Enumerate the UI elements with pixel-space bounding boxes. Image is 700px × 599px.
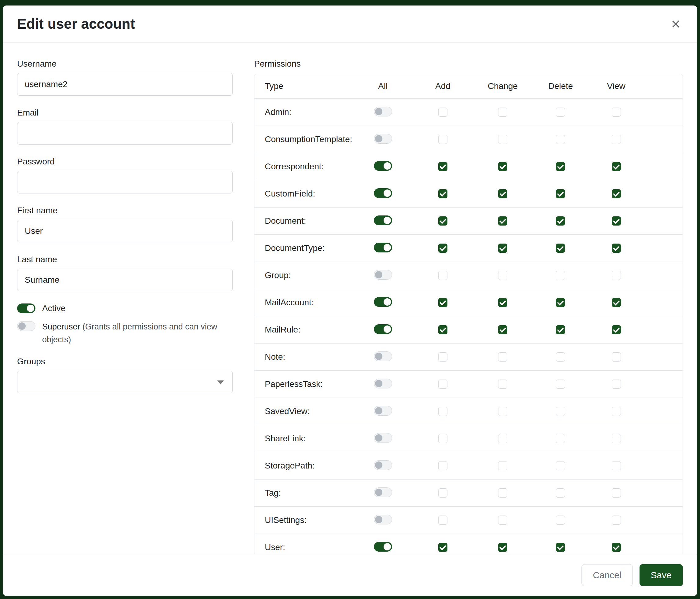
permission-add-checkbox[interactable]	[438, 352, 447, 362]
permission-view-checkbox[interactable]	[612, 380, 621, 389]
first-name-field[interactable]	[17, 220, 233, 242]
permission-change-checkbox[interactable]	[498, 461, 507, 470]
permission-view-checkbox[interactable]	[612, 271, 621, 280]
permission-all-toggle[interactable]	[374, 324, 392, 334]
permission-view-checkbox[interactable]	[612, 189, 621, 198]
permission-change-checkbox[interactable]	[498, 516, 507, 525]
permission-view-checkbox[interactable]	[612, 298, 621, 307]
permission-add-checkbox[interactable]	[438, 380, 447, 389]
permission-delete-checkbox[interactable]	[556, 107, 565, 117]
permission-view-checkbox[interactable]	[612, 162, 621, 171]
permission-delete-checkbox[interactable]	[556, 271, 565, 280]
permission-delete-checkbox[interactable]	[556, 488, 565, 498]
permission-add-checkbox[interactable]	[438, 298, 447, 307]
permission-view-checkbox[interactable]	[612, 325, 621, 334]
permission-delete-checkbox[interactable]	[556, 298, 565, 307]
permission-delete-checkbox[interactable]	[556, 434, 565, 443]
groups-select[interactable]	[17, 371, 233, 393]
active-toggle[interactable]	[17, 304, 35, 313]
permission-all-toggle[interactable]	[374, 487, 392, 497]
permission-view-checkbox[interactable]	[612, 434, 621, 443]
permission-change-checkbox[interactable]	[498, 298, 507, 307]
permission-view-checkbox[interactable]	[612, 352, 621, 362]
permission-view-checkbox[interactable]	[612, 461, 621, 470]
permission-add-checkbox[interactable]	[438, 434, 447, 443]
permission-all-toggle[interactable]	[374, 270, 392, 280]
permission-all-toggle[interactable]	[374, 188, 392, 198]
permission-view-checkbox[interactable]	[612, 216, 621, 225]
permission-add-checkbox[interactable]	[438, 189, 447, 198]
permission-change-checkbox[interactable]	[498, 488, 507, 498]
permission-all-toggle[interactable]	[374, 406, 392, 416]
cancel-button[interactable]: Cancel	[581, 564, 632, 586]
permission-all-toggle[interactable]	[374, 352, 392, 361]
permission-delete-checkbox[interactable]	[556, 516, 565, 525]
permission-view-checkbox[interactable]	[612, 244, 621, 253]
permission-all-toggle[interactable]	[374, 433, 392, 443]
permission-delete-checkbox[interactable]	[556, 162, 565, 171]
password-field-group: Password	[17, 157, 233, 193]
permission-change-checkbox[interactable]	[498, 325, 507, 334]
permission-add-checkbox[interactable]	[438, 216, 447, 225]
email-field[interactable]	[17, 122, 233, 145]
permission-change-checkbox[interactable]	[498, 189, 507, 198]
permission-all-toggle[interactable]	[374, 514, 392, 524]
permission-add-checkbox[interactable]	[438, 407, 447, 416]
permission-add-checkbox[interactable]	[438, 488, 447, 498]
permission-delete-checkbox[interactable]	[556, 216, 565, 225]
permission-delete-checkbox[interactable]	[556, 325, 565, 334]
permission-change-checkbox[interactable]	[498, 162, 507, 171]
permission-add-checkbox[interactable]	[438, 516, 447, 525]
permission-all-toggle[interactable]	[374, 297, 392, 307]
permission-view-checkbox[interactable]	[612, 135, 621, 144]
permission-add-checkbox[interactable]	[438, 543, 447, 552]
permission-add-checkbox[interactable]	[438, 135, 447, 144]
permission-all-toggle[interactable]	[374, 460, 392, 470]
permission-all-toggle[interactable]	[374, 107, 392, 116]
permission-add-checkbox[interactable]	[438, 107, 447, 117]
permission-view-checkbox[interactable]	[612, 488, 621, 498]
permission-view-checkbox[interactable]	[612, 407, 621, 416]
permission-add-checkbox[interactable]	[438, 271, 447, 280]
permission-change-checkbox[interactable]	[498, 434, 507, 443]
permission-change-checkbox[interactable]	[498, 244, 507, 253]
permission-delete-checkbox[interactable]	[556, 189, 565, 198]
permission-delete-checkbox[interactable]	[556, 543, 565, 552]
permission-delete-checkbox[interactable]	[556, 352, 565, 362]
username-input[interactable]	[17, 73, 233, 96]
spacer-cell	[644, 153, 682, 180]
permission-view-checkbox[interactable]	[612, 543, 621, 552]
permission-change-checkbox[interactable]	[498, 107, 507, 117]
superuser-toggle[interactable]	[17, 321, 35, 331]
permission-delete-checkbox[interactable]	[556, 244, 565, 253]
permission-change-checkbox[interactable]	[498, 135, 507, 144]
permission-view-checkbox[interactable]	[612, 516, 621, 525]
permission-change-checkbox[interactable]	[498, 380, 507, 389]
permission-change-checkbox[interactable]	[498, 352, 507, 362]
save-button[interactable]: Save	[640, 564, 683, 586]
permission-change-checkbox[interactable]	[498, 271, 507, 280]
permission-change-checkbox[interactable]	[498, 407, 507, 416]
permission-delete-checkbox[interactable]	[556, 407, 565, 416]
permission-all-toggle[interactable]	[374, 542, 392, 552]
permission-add-checkbox[interactable]	[438, 461, 447, 470]
modal-footer: Cancel Save	[3, 554, 697, 596]
permission-all-toggle[interactable]	[374, 161, 392, 171]
password-field[interactable]	[17, 171, 233, 193]
permission-change-checkbox[interactable]	[498, 543, 507, 552]
permission-all-toggle[interactable]	[374, 215, 392, 225]
permission-all-toggle[interactable]	[374, 134, 392, 144]
permission-delete-checkbox[interactable]	[556, 380, 565, 389]
permission-add-checkbox[interactable]	[438, 162, 447, 171]
permission-add-checkbox[interactable]	[438, 325, 447, 334]
permission-change-checkbox[interactable]	[498, 216, 507, 225]
permission-delete-checkbox[interactable]	[556, 135, 565, 144]
permission-all-toggle[interactable]	[374, 379, 392, 388]
close-button[interactable]: ×	[669, 15, 683, 33]
permission-add-checkbox[interactable]	[438, 244, 447, 253]
permission-delete-checkbox[interactable]	[556, 461, 565, 470]
permission-view-checkbox[interactable]	[612, 107, 621, 117]
last-name-field[interactable]	[17, 269, 233, 291]
permission-all-toggle[interactable]	[374, 243, 392, 253]
close-icon: ×	[671, 15, 680, 33]
